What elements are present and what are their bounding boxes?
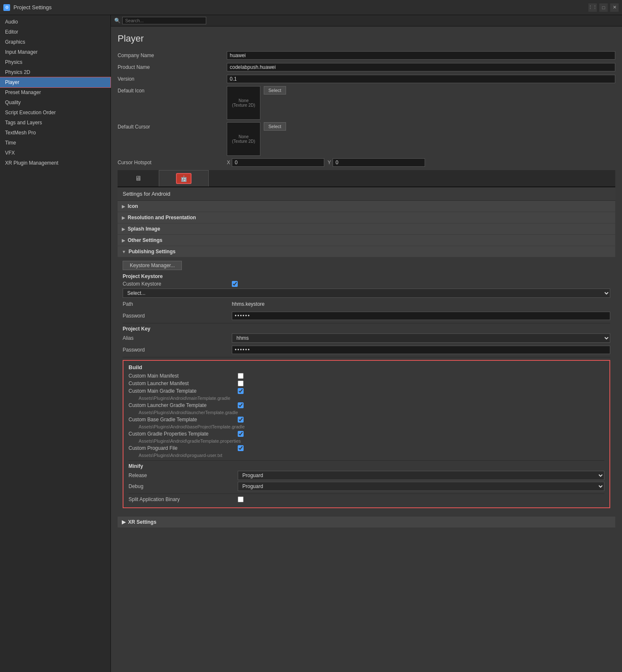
settings-for-android-label: Settings for Android: [118, 187, 615, 201]
minify-title: Minify: [129, 463, 604, 469]
sidebar-item-script-execution[interactable]: Script Execution Order: [0, 108, 110, 118]
custom-proguard-checkbox[interactable]: [238, 445, 244, 451]
section-splash-label: Splash Image: [128, 226, 160, 232]
keystore-select-row: Select...: [123, 289, 610, 298]
section-icon-label: Icon: [128, 203, 138, 209]
sidebar-item-physics[interactable]: Physics: [0, 57, 110, 67]
sidebar-item-graphics[interactable]: Graphics: [0, 37, 110, 47]
platform-tab-desktop[interactable]: 🖥: [118, 170, 159, 186]
company-name-input[interactable]: [227, 51, 615, 60]
title-bar: ⚙ Project Settings ⋮⋮ □ ✕: [0, 0, 622, 15]
sidebar-item-tags-layers[interactable]: Tags and Layers: [0, 118, 110, 128]
search-icon: 🔍: [114, 18, 121, 24]
sidebar-item-input-manager[interactable]: Input Manager: [0, 47, 110, 57]
custom-main-manifest-checkbox[interactable]: [238, 373, 244, 379]
default-cursor-select-btn[interactable]: Select: [264, 122, 286, 131]
split-binary-checkbox[interactable]: [238, 496, 244, 502]
title-bar-menu-btn[interactable]: ⋮⋮: [588, 3, 597, 12]
platform-tab-android[interactable]: 🤖: [159, 170, 209, 186]
custom-launcher-gradle-checkbox[interactable]: [238, 402, 244, 408]
version-input[interactable]: [227, 75, 615, 83]
project-key-title: Project Key: [123, 326, 610, 332]
sidebar-item-preset-manager[interactable]: Preset Manager: [0, 87, 110, 97]
cursor-hotspot-row: Cursor Hotspot X Y: [118, 158, 615, 167]
keystore-password-input[interactable]: [232, 312, 610, 320]
product-name-input[interactable]: [227, 63, 615, 71]
custom-keystore-row: Custom Keystore: [123, 281, 610, 287]
sidebar-item-xr-plugin[interactable]: XR Plugin Management: [0, 158, 110, 168]
icon-slot-text1: None: [239, 98, 249, 103]
release-label: Release: [129, 472, 238, 478]
custom-base-gradle-path: Assets\Plugins\Android\baseProjectTempla…: [139, 424, 604, 429]
custom-launcher-manifest-row: Custom Launcher Manifest: [129, 381, 604, 386]
section-xr-header[interactable]: ▶ XR Settings: [118, 517, 615, 528]
default-icon-slot: None (Texture 2D): [227, 86, 260, 120]
title-bar-maximize-btn[interactable]: □: [599, 3, 608, 12]
debug-row: Debug Proguard None: [129, 482, 604, 491]
sidebar-item-editor[interactable]: Editor: [0, 27, 110, 37]
title-bar-close-btn[interactable]: ✕: [610, 3, 619, 12]
build-section: Build Custom Main Manifest Custom Launch…: [123, 360, 610, 508]
release-dropdown[interactable]: Proguard None: [238, 471, 604, 480]
section-other-header[interactable]: ▶ Other Settings: [118, 235, 615, 246]
path-value: hhms.keystore: [232, 301, 610, 307]
release-row: Release Proguard None: [129, 471, 604, 480]
sidebar-item-textmesh[interactable]: TextMesh Pro: [0, 128, 110, 138]
custom-gradle-props-checkbox[interactable]: [238, 431, 244, 437]
debug-dropdown[interactable]: Proguard None: [238, 482, 604, 491]
debug-label: Debug: [129, 483, 238, 489]
company-name-label: Company Name: [118, 52, 227, 58]
y-label: Y: [328, 160, 331, 165]
cursor-hotspot-y-input[interactable]: [333, 158, 425, 167]
build-title: Build: [129, 364, 604, 370]
custom-launcher-manifest-label: Custom Launcher Manifest: [129, 381, 238, 386]
section-publishing-header[interactable]: ▼ Publishing Settings: [118, 246, 615, 257]
cursor-hotspot-label: Cursor Hotspot: [118, 160, 227, 165]
custom-base-gradle-checkbox[interactable]: [238, 417, 244, 423]
sidebar-item-quality[interactable]: Quality: [0, 97, 110, 108]
platform-tabs: 🖥 🤖: [118, 170, 615, 187]
custom-base-gradle-row: Custom Base Gradle Template: [129, 417, 604, 423]
android-icon: 🤖: [180, 175, 187, 182]
sidebar-item-player[interactable]: Player: [0, 77, 110, 87]
custom-launcher-gradle-path: Assets\Plugins\Android\launcherTemplate.…: [139, 410, 604, 415]
custom-main-gradle-checkbox[interactable]: [238, 388, 244, 394]
custom-keystore-checkbox[interactable]: [232, 281, 238, 287]
custom-launcher-manifest-checkbox[interactable]: [238, 381, 244, 386]
version-label: Version: [118, 76, 227, 82]
section-resolution-label: Resolution and Presentation: [128, 215, 196, 220]
sidebar-item-physics2d[interactable]: Physics 2D: [0, 67, 110, 77]
custom-main-manifest-row: Custom Main Manifest: [129, 373, 604, 379]
section-publishing-label: Publishing Settings: [129, 249, 176, 255]
custom-main-gradle-path: Assets\Plugins\Android\mainTemplate.grad…: [139, 396, 604, 401]
split-binary-row: Split Application Binary: [129, 496, 604, 502]
sidebar-item-time[interactable]: Time: [0, 138, 110, 148]
section-icon-arrow: ▶: [122, 204, 125, 209]
cursor-hotspot-x-input[interactable]: [232, 158, 324, 167]
section-icon-header[interactable]: ▶ Icon: [118, 201, 615, 212]
version-row: Version: [118, 74, 615, 84]
custom-proguard-label: Custom Proguard File: [129, 445, 238, 451]
custom-launcher-gradle-label: Custom Launcher Gradle Template: [129, 402, 238, 408]
sidebar-item-vfx[interactable]: VFX: [0, 148, 110, 158]
section-resolution-arrow: ▶: [122, 215, 125, 220]
custom-proguard-row: Custom Proguard File: [129, 445, 604, 451]
cursor-slot-text1: None: [239, 134, 249, 139]
search-input[interactable]: [122, 17, 206, 24]
alias-label: Alias: [123, 335, 232, 341]
keystore-select-dropdown[interactable]: Select...: [123, 289, 610, 298]
custom-gradle-props-row: Custom Gradle Properties Template: [129, 431, 604, 437]
project-keystore-title: Project Keystore: [123, 273, 610, 279]
section-other-arrow: ▶: [122, 238, 125, 243]
section-splash-header[interactable]: ▶ Splash Image: [118, 223, 615, 234]
section-resolution-header[interactable]: ▶ Resolution and Presentation: [118, 212, 615, 223]
project-key-password-input[interactable]: [232, 346, 610, 354]
default-cursor-label: Default Cursor: [118, 122, 227, 130]
sidebar-item-audio[interactable]: Audio: [0, 17, 110, 27]
keystore-manager-btn[interactable]: Keystore Manager...: [123, 261, 182, 270]
default-icon-select-btn[interactable]: Select: [264, 86, 286, 94]
app-icon: ⚙: [3, 4, 10, 11]
path-row: Path hhms.keystore: [123, 299, 610, 309]
cursor-slot-text2: (Texture 2D): [232, 139, 255, 144]
alias-dropdown[interactable]: hhms: [232, 333, 610, 343]
